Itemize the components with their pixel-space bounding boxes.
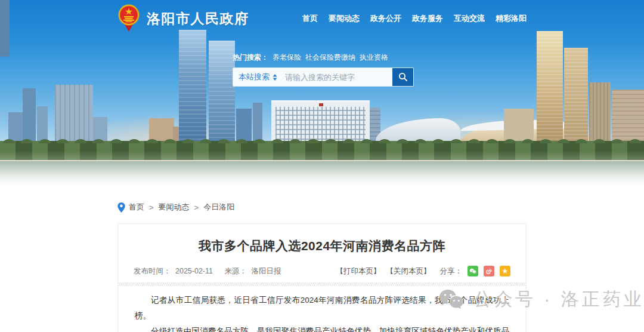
location-pin-icon bbox=[117, 202, 125, 213]
banner-skyscraper bbox=[179, 30, 206, 149]
article-card: 我市多个品牌入选2024年河南消费名品方阵 发布时间： 2025-02-11 来… bbox=[117, 223, 527, 332]
main-nav: 首页 要闻动态 政务公开 政务服务 互动交流 精彩洛阳 bbox=[302, 13, 527, 24]
article-paragraph: 记者从市工信局获悉，近日省工信厅发布2024年河南消费名品方阵评选结果，我市多个… bbox=[135, 293, 509, 324]
close-page-button[interactable]: 【关闭本页】 bbox=[386, 266, 431, 276]
breadcrumb-news[interactable]: 要闻动态 bbox=[159, 202, 190, 213]
article-meta-row: 发布时间： 2025-02-11 来源： 洛阳日报 【打印本页】 【关闭本页】 … bbox=[134, 266, 510, 276]
weibo-share-button[interactable] bbox=[484, 266, 494, 276]
star-icon: ★ bbox=[502, 268, 509, 275]
qzone-share-button[interactable]: ★ bbox=[500, 266, 510, 276]
nav-item-home[interactable]: 首页 bbox=[302, 13, 318, 24]
nav-item-gov-info[interactable]: 政务公开 bbox=[370, 13, 401, 24]
hot-search-label: 热门搜索： bbox=[233, 53, 268, 63]
article-meta: 发布时间： 2025-02-11 来源： 洛阳日报 bbox=[134, 266, 283, 276]
hot-search-term[interactable]: 社会保险费缴纳 bbox=[305, 53, 355, 63]
nav-item-services[interactable]: 政务服务 bbox=[412, 13, 443, 24]
breadcrumb-separator: > bbox=[194, 203, 199, 212]
nav-item-highlights[interactable]: 精彩洛阳 bbox=[496, 13, 527, 24]
source-value: 洛阳日报 bbox=[251, 267, 281, 275]
print-page-button[interactable]: 【打印本页】 bbox=[336, 266, 381, 276]
breadcrumb-separator: > bbox=[149, 203, 154, 212]
nav-item-interaction[interactable]: 互动交流 bbox=[454, 13, 485, 24]
breadcrumb-home[interactable]: 首页 bbox=[129, 202, 144, 213]
site-header: 洛阳市人民政府 首页 要闻动态 政务公开 政务服务 互动交流 精彩洛阳 bbox=[117, 4, 527, 33]
search-box: 本站搜索 bbox=[233, 67, 414, 87]
search-scope-select[interactable]: 本站搜索 bbox=[233, 72, 283, 82]
article-body: 记者从市工信局获悉，近日省工信厅发布2024年河南消费名品方阵评选结果，我市多个… bbox=[118, 286, 526, 332]
publish-time-label: 发布时间： bbox=[134, 267, 171, 275]
nav-item-news[interactable]: 要闻动态 bbox=[329, 13, 360, 24]
wechat-share-button[interactable] bbox=[467, 266, 478, 276]
search-area: 热门搜索： 养老保险 社会保险费缴纳 执业资格 本站搜索 bbox=[233, 53, 414, 87]
wechat-icon bbox=[469, 267, 477, 275]
share-label: 分享： bbox=[440, 266, 463, 276]
updown-arrows-icon bbox=[273, 74, 277, 81]
publish-date: 2025-02-11 bbox=[175, 267, 213, 275]
article-actions: 【打印本页】 【关闭本页】 分享： ★ bbox=[336, 266, 511, 276]
national-emblem-logo bbox=[117, 4, 140, 33]
search-button[interactable] bbox=[392, 67, 414, 87]
search-icon bbox=[398, 72, 408, 82]
hot-search-term[interactable]: 养老保险 bbox=[273, 53, 301, 63]
banner-skyscraper bbox=[537, 31, 563, 149]
hot-search-term[interactable]: 执业资格 bbox=[360, 53, 388, 63]
paragraph2-pre: 分级打造中国消费名品方阵，是我国聚焦消费品产业特色优势，加快培育区域特色优势产业… bbox=[135, 327, 509, 332]
site-title: 洛阳市人民政府 bbox=[147, 10, 249, 28]
breadcrumb-today-luoyang[interactable]: 今日洛阳 bbox=[203, 202, 234, 213]
article-paragraph: 分级打造中国消费名品方阵，是我国聚焦消费品产业特色优势，加快培育区域特色优势产业… bbox=[135, 324, 509, 332]
banner-skyscraper bbox=[209, 41, 235, 149]
breadcrumb: 首页 > 要闻动态 > 今日洛阳 bbox=[117, 202, 527, 213]
search-input[interactable] bbox=[283, 73, 392, 82]
source-label: 来源： bbox=[224, 267, 247, 275]
search-scope-label: 本站搜索 bbox=[239, 72, 270, 82]
weibo-icon bbox=[485, 267, 493, 275]
article-title: 我市多个品牌入选2024年河南消费名品方阵 bbox=[118, 238, 526, 254]
hot-search-row: 热门搜索： 养老保险 社会保险费缴纳 执业资格 bbox=[233, 53, 414, 63]
